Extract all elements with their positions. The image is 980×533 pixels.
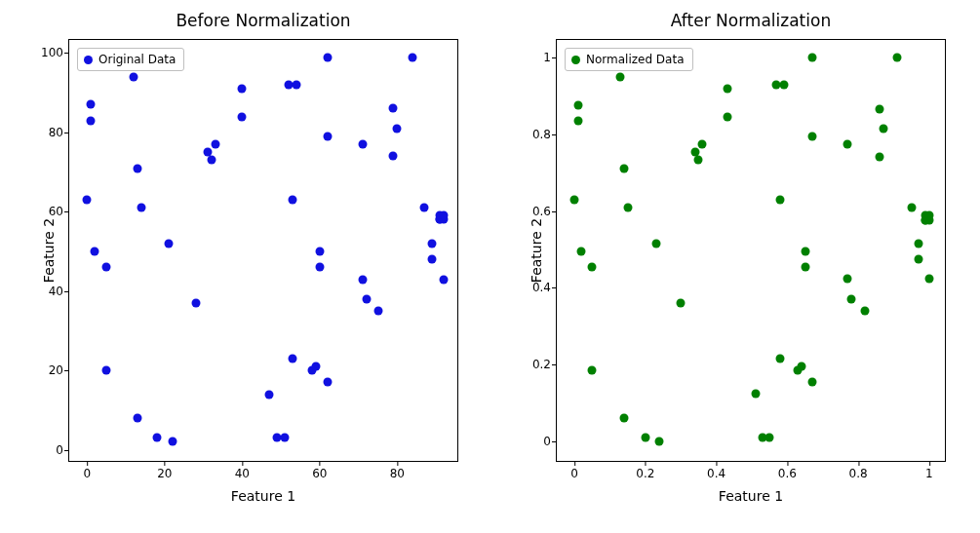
x-tick: 40 <box>235 467 250 480</box>
data-point <box>152 434 161 442</box>
data-point <box>776 355 785 363</box>
data-point <box>723 112 731 121</box>
data-point <box>389 152 398 161</box>
legend-swatch <box>571 56 580 64</box>
data-point <box>588 365 597 374</box>
data-point <box>698 140 707 149</box>
data-point <box>358 140 367 149</box>
data-point <box>623 204 632 212</box>
data-point <box>362 294 371 303</box>
data-point <box>373 307 382 316</box>
data-point <box>91 247 99 256</box>
data-point <box>440 211 449 220</box>
data-point <box>779 81 788 90</box>
data-point <box>428 255 437 264</box>
data-point <box>440 275 449 284</box>
data-point <box>207 156 216 165</box>
data-point <box>843 275 852 284</box>
data-point <box>924 275 933 284</box>
data-point <box>428 239 437 247</box>
x-tick: 60 <box>312 467 327 480</box>
data-point <box>393 124 402 133</box>
data-point <box>87 100 96 109</box>
data-point <box>133 414 141 423</box>
data-point <box>570 196 579 205</box>
x-tick: 0 <box>83 467 91 480</box>
data-point <box>907 204 916 212</box>
data-point <box>651 240 660 248</box>
data-point <box>807 133 816 141</box>
y-tick: 100 <box>41 46 63 59</box>
y-tick: 0.4 <box>532 281 551 294</box>
data-point <box>323 132 332 140</box>
data-point <box>130 72 138 81</box>
data-point <box>807 53 816 61</box>
y-tick: 20 <box>49 363 63 377</box>
data-point <box>879 125 887 133</box>
data-point <box>914 240 922 248</box>
data-point <box>315 263 324 272</box>
data-point <box>323 378 332 387</box>
y-tick: 1 <box>543 51 551 64</box>
data-point <box>293 81 301 90</box>
y-tick: 80 <box>49 126 63 139</box>
data-point <box>751 390 760 399</box>
data-point <box>238 112 247 121</box>
data-point <box>168 438 176 446</box>
data-point <box>807 378 816 387</box>
y-tick: 0.6 <box>532 205 551 218</box>
data-point <box>289 354 297 362</box>
data-point <box>801 263 809 272</box>
y-tick: 0.8 <box>532 128 551 141</box>
data-point <box>83 196 92 205</box>
axes-0: Before NormalizationFeature 1Feature 202… <box>68 39 458 462</box>
y-axis-label: Feature 2 <box>529 218 544 283</box>
data-point <box>677 298 686 307</box>
axes-1: After NormalizationFeature 1Feature 200.… <box>556 39 946 462</box>
chart-title: After Normalization <box>557 11 945 30</box>
y-tick: 40 <box>49 285 63 298</box>
x-tick: 0 <box>570 467 578 480</box>
data-point <box>102 366 111 375</box>
data-point <box>133 164 141 172</box>
data-point <box>87 116 96 125</box>
data-point <box>875 104 883 113</box>
data-point <box>164 239 173 247</box>
data-point <box>409 53 417 61</box>
data-point <box>358 275 367 284</box>
data-point <box>102 263 111 272</box>
data-point <box>801 247 809 255</box>
x-tick: 20 <box>157 467 172 480</box>
data-point <box>311 362 320 371</box>
data-point <box>797 362 805 370</box>
data-point <box>573 116 582 125</box>
data-point <box>765 434 774 442</box>
data-point <box>265 390 274 399</box>
data-point <box>281 434 290 442</box>
data-point <box>577 247 586 255</box>
y-tick: 60 <box>49 205 63 218</box>
data-point <box>137 204 145 212</box>
data-point <box>723 85 731 94</box>
y-tick: 0 <box>56 443 63 457</box>
data-point <box>694 156 703 165</box>
legend: Normalized Data <box>565 48 693 71</box>
x-axis-label: Feature 1 <box>557 488 945 504</box>
data-point <box>573 100 582 109</box>
y-axis-label: Feature 2 <box>41 218 57 283</box>
data-point <box>323 53 332 61</box>
data-point <box>641 434 649 442</box>
x-axis-label: Feature 1 <box>69 488 457 504</box>
data-point <box>875 152 883 161</box>
y-tick: 0.2 <box>532 358 551 371</box>
legend-label: Normalized Data <box>586 53 685 66</box>
chart-title: Before Normalization <box>69 11 457 30</box>
x-tick: 80 <box>390 467 405 480</box>
legend-swatch <box>84 56 93 64</box>
data-point <box>620 164 629 172</box>
data-point <box>191 298 200 307</box>
data-point <box>588 263 597 272</box>
data-point <box>211 140 219 149</box>
x-tick: 0.6 <box>778 467 797 480</box>
x-tick: 0.8 <box>849 467 868 480</box>
